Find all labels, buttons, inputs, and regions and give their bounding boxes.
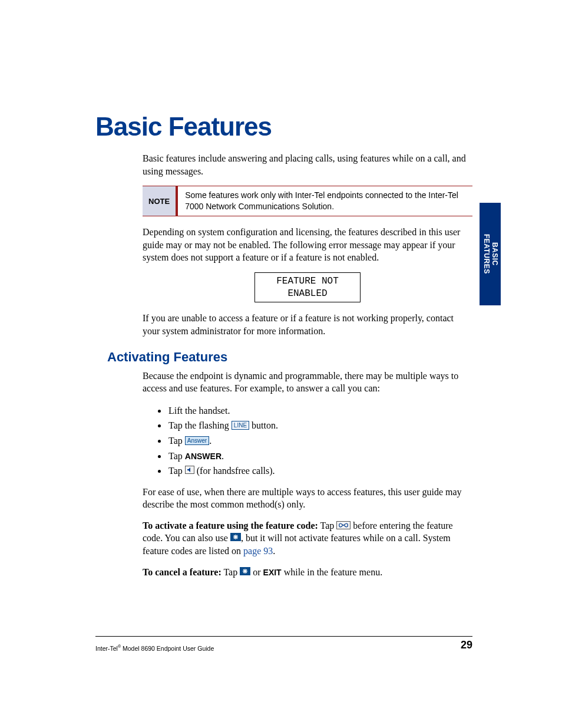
text-fragment: (for handsfree calls). xyxy=(194,466,275,476)
list-item: Tap Answer. xyxy=(167,433,472,449)
list-item: Tap (for handsfree calls). xyxy=(167,463,472,479)
exit-label: EXIT xyxy=(263,568,282,577)
note-label: NOTE xyxy=(143,186,178,216)
note-box: NOTE Some features work only with Inter-… xyxy=(143,186,472,216)
content-area: Basic Features Basic features include an… xyxy=(95,112,472,587)
text-fragment: or xyxy=(250,567,263,577)
infinity-icon xyxy=(336,521,351,529)
text-fragment: Tap xyxy=(168,466,185,476)
page-number: 29 xyxy=(461,639,472,651)
licensing-paragraph: Depending on system configuration and li… xyxy=(143,226,472,264)
text-fragment: . xyxy=(273,546,275,556)
text-fragment: . xyxy=(209,436,211,446)
cancel-feature-paragraph: To cancel a feature: Tap or EXIT while i… xyxy=(143,566,472,579)
answer-bold-label: ANSWER xyxy=(185,452,222,461)
text-fragment: . xyxy=(222,451,224,461)
answer-button-icon: Answer xyxy=(185,436,209,445)
text-fragment: Tap xyxy=(168,451,185,461)
footer-title: Inter-Tel® Model 8690 Endpoint User Guid… xyxy=(95,644,214,652)
section-title-activating: Activating Features xyxy=(107,350,472,365)
contact-admin-paragraph: If you are unable to access a feature or… xyxy=(143,312,472,337)
line-button-icon: LINE xyxy=(232,421,249,430)
intro-paragraph: Basic features include answering and pla… xyxy=(143,152,472,177)
activating-intro: Because the endpoint is dynamic and prog… xyxy=(143,370,472,395)
text-fragment: Tap xyxy=(318,521,336,531)
activate-lead: To activate a feature using the feature … xyxy=(143,521,318,531)
thumb-tab-label: BASICFEATURES xyxy=(482,234,498,274)
list-item: Lift the handset. xyxy=(167,403,472,419)
page-footer: Inter-Tel® Model 8690 Endpoint User Guid… xyxy=(95,636,472,651)
text-fragment: Tap xyxy=(168,436,185,446)
display-line-1: FEATURE NOT xyxy=(266,275,349,288)
page: Basic Features Basic features include an… xyxy=(0,0,562,728)
error-display: FEATURE NOT ENABLED xyxy=(254,272,361,303)
text-fragment: button. xyxy=(249,420,278,430)
answer-methods-list: Lift the handset. Tap the flashing LINE … xyxy=(159,403,472,479)
speaker-icon xyxy=(185,466,194,474)
asterisk-key-icon xyxy=(240,567,250,575)
text-fragment: while in the feature menu. xyxy=(282,567,383,577)
page-93-link[interactable]: page 93 xyxy=(243,546,273,556)
activating-outro: For ease of use, when there are multiple… xyxy=(143,486,472,511)
list-item: Tap the flashing LINE button. xyxy=(167,418,472,433)
list-item: Tap ANSWER. xyxy=(167,449,472,464)
cancel-lead: To cancel a feature: xyxy=(143,567,222,577)
text-fragment: Tap xyxy=(222,567,240,577)
section-thumb-tab: BASICFEATURES xyxy=(480,203,501,305)
text-fragment: Tap the flashing xyxy=(168,420,232,430)
asterisk-key-icon xyxy=(230,533,241,541)
note-text: Some features work only with Inter-Tel e… xyxy=(178,186,472,216)
chapter-title: Basic Features xyxy=(95,112,472,141)
activate-feature-paragraph: To activate a feature using the feature … xyxy=(143,519,472,558)
display-line-2: ENABLED xyxy=(266,288,349,300)
